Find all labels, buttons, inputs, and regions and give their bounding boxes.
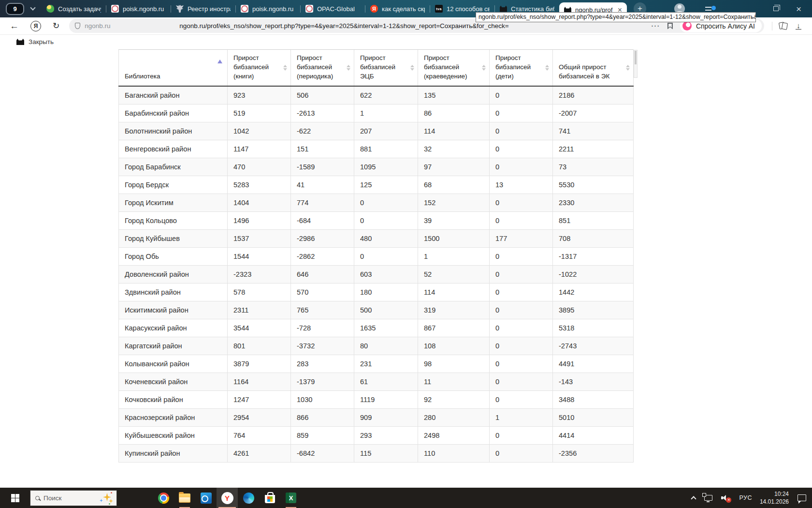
excel-taskbar-button[interactable] <box>280 488 302 508</box>
value-cell: 4261 <box>228 444 291 462</box>
table-row[interactable]: Город Барабинск470-1589109597073 <box>119 158 634 176</box>
table-row[interactable]: Каргатский район801-3732801080-2743 <box>119 337 634 355</box>
value-cell: 774 <box>291 194 354 211</box>
outlook-taskbar-button[interactable] <box>195 488 217 508</box>
column-header[interactable]: Прирост бибзаписей (периодика) <box>291 50 354 86</box>
table-row[interactable]: Доволенский район-2323646603520-1022 <box>119 265 634 283</box>
table-row[interactable]: Город Искитим1404774015202330 <box>119 194 634 211</box>
edge-taskbar-button[interactable] <box>238 488 259 508</box>
value-cell: -684 <box>291 211 354 229</box>
tab-counter-button[interactable]: 9 <box>6 3 24 15</box>
language-indicator[interactable]: РУС <box>739 494 752 501</box>
library-name-cell: Город Куйбышев <box>119 229 228 247</box>
sort-arrow-up-icon <box>626 65 630 67</box>
table-row[interactable]: Колыванский район38792832319804491 <box>119 355 634 373</box>
value-cell: 13 <box>490 176 553 194</box>
value-cell: 500 <box>354 301 418 319</box>
url-tooltip: ngonb.ru/prof/eks_nso/show_report.php?ty… <box>476 12 756 22</box>
tab-label: Статистика биб <box>511 5 554 13</box>
tva-icon: tva <box>435 5 443 13</box>
table-scrollbar[interactable] <box>634 50 638 78</box>
browser-tab[interactable]: Создать задачу <box>42 0 106 17</box>
table-row[interactable]: Город Бердск52834112568135530 <box>119 176 634 194</box>
table-row[interactable]: Город Куйбышев1537-29864801500177708 <box>119 229 634 247</box>
table-row[interactable]: Куйбышевский район764859293249804414 <box>119 426 634 444</box>
taskbar-search-box[interactable]: Поиск <box>30 490 117 506</box>
library-name-cell: Куйбышевский район <box>119 426 228 444</box>
tab-count: 9 <box>13 5 16 13</box>
restore-window-button[interactable] <box>773 6 779 11</box>
value-cell: 0 <box>490 283 553 301</box>
value-cell: 0 <box>490 337 553 355</box>
clock[interactable]: 10:24 14.01.2026 <box>760 490 789 506</box>
store-taskbar-button[interactable] <box>259 488 280 508</box>
browser-tab[interactable]: poisk.ngonb.ru <box>106 0 171 17</box>
table-row[interactable]: Болотнинский район1042-6222071140741 <box>119 122 634 140</box>
action-center-icon[interactable] <box>798 494 806 501</box>
value-cell: -2323 <box>228 265 291 283</box>
yandex-home-button[interactable]: Я <box>30 21 41 31</box>
library-name-cell: Венгеровский район <box>119 140 228 158</box>
value-cell: -2862 <box>291 247 354 265</box>
explorer-icon <box>179 493 190 503</box>
value-cell: 5530 <box>553 176 634 194</box>
sort-arrow-down-icon <box>283 68 287 71</box>
value-cell: 1 <box>490 408 553 426</box>
volume-muted-icon[interactable] <box>721 494 731 502</box>
column-header[interactable]: Общий прирост бибзаписей в ЭК <box>553 50 634 86</box>
close-window-button[interactable]: × <box>796 4 801 14</box>
downloads-button[interactable]: ↓ <box>796 22 801 30</box>
table-row[interactable]: Карасукский район3544-728163586705318 <box>119 319 634 337</box>
browser-tab[interactable]: OPAC-Global <box>301 0 365 17</box>
column-header[interactable]: Прирост бибзаписей ЭЦБ <box>354 50 418 86</box>
value-cell: 4491 <box>553 355 634 373</box>
explorer-taskbar-button[interactable] <box>174 488 195 508</box>
column-header[interactable]: Прирост бибзаписей (книги) <box>228 50 291 86</box>
library-name-cell: Болотнинский район <box>119 122 228 140</box>
browser-tab[interactable]: Реестр иностра <box>171 0 235 17</box>
table-row[interactable]: Искитимский район231176550031903895 <box>119 301 634 319</box>
table-row[interactable]: Коченевский район1164-137961110-143 <box>119 373 634 390</box>
back-button[interactable]: ← <box>10 21 19 31</box>
value-cell: -6842 <box>291 444 354 462</box>
column-header[interactable]: Прирост бибзаписей (дети) <box>490 50 553 86</box>
value-cell: 0 <box>490 301 553 319</box>
table-row[interactable]: Венгеровский район11471518813202211 <box>119 140 634 158</box>
network-icon[interactable] <box>704 495 712 501</box>
yandex-browser-taskbar-button[interactable] <box>217 488 238 508</box>
value-cell: 0 <box>354 211 418 229</box>
sort-arrow-down-icon <box>347 68 350 71</box>
value-cell: -622 <box>291 122 354 140</box>
value-cell: 114 <box>418 283 490 301</box>
browser-tab[interactable]: poisk.ngonb.ru <box>236 0 300 17</box>
bookmark-icon[interactable] <box>667 23 673 30</box>
table-row[interactable]: Здвинский район57857018011401442 <box>119 283 634 301</box>
tabs-dropdown-chevron-icon[interactable] <box>30 5 35 10</box>
extensions-collections-icon[interactable] <box>779 22 788 30</box>
close-link[interactable]: Закрыть <box>29 38 54 45</box>
column-header[interactable]: Библиотека <box>119 50 228 86</box>
tray-overflow-chevron-icon[interactable] <box>691 496 696 501</box>
refresh-button[interactable]: ↻ <box>53 21 59 31</box>
value-cell: 3544 <box>228 319 291 337</box>
value-cell: -2356 <box>553 444 634 462</box>
table-row[interactable]: Город Кольцово1496-6840390851 <box>119 211 634 229</box>
table-row[interactable]: Кочковский район1247103011199203488 <box>119 390 634 408</box>
site-security-shield-icon[interactable] <box>75 23 80 29</box>
browser-tab[interactable]: как сделать скр <box>365 0 430 17</box>
value-cell: -3732 <box>291 337 354 355</box>
address-url[interactable]: ngonb.ru/prof/eks_nso/show_report.php?ty… <box>179 22 508 30</box>
more-actions-icon[interactable]: ··· <box>651 22 660 30</box>
start-button[interactable] <box>0 488 30 508</box>
table-row[interactable]: Город Обь1544-2862010-1317 <box>119 247 634 265</box>
table-row[interactable]: Купинский район4261-68421151100-2356 <box>119 444 634 462</box>
value-cell: 2311 <box>228 301 291 319</box>
table-row[interactable]: Баганский район92350662213502186 <box>119 86 634 105</box>
column-header[interactable]: Прирост бибзаписей (краеведение) <box>418 50 490 86</box>
library-name-cell: Город Бердск <box>119 176 228 194</box>
browser-menu-button[interactable] <box>705 5 716 13</box>
chrome-taskbar-button[interactable] <box>153 488 174 508</box>
value-cell: 1404 <box>228 194 291 211</box>
table-row[interactable]: Краснозерский район295486690928015010 <box>119 408 634 426</box>
table-row[interactable]: Барабинский район519-26131860-2007 <box>119 104 634 122</box>
